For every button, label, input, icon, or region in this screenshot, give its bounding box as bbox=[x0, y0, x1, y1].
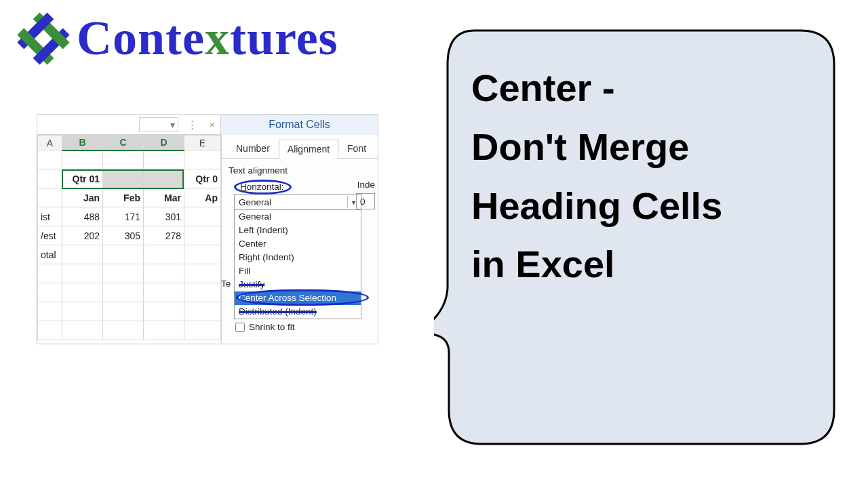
horizontal-label: Horizontal: bbox=[234, 182, 292, 192]
formula-menu-icon[interactable]: ⋮ bbox=[185, 118, 199, 131]
cell[interactable]: 488 bbox=[62, 207, 103, 226]
cancel-edit-icon[interactable]: × bbox=[205, 118, 219, 131]
option-general[interactable]: General bbox=[235, 210, 361, 224]
cell[interactable]: Qtr 01 bbox=[62, 169, 103, 188]
cell[interactable] bbox=[144, 169, 184, 188]
row-label[interactable]: /est bbox=[38, 226, 62, 245]
col-header[interactable]: D bbox=[144, 136, 184, 150]
tab-font[interactable]: Font bbox=[338, 139, 375, 158]
callout-line-4: in Excel bbox=[471, 235, 817, 294]
row-label[interactable]: otal bbox=[38, 245, 62, 264]
option-left-indent[interactable]: Left (Indent) bbox=[235, 224, 361, 237]
text-alignment-label: Text alignment bbox=[229, 165, 371, 176]
chevron-down-icon: ▾ bbox=[170, 119, 175, 130]
col-header[interactable]: A bbox=[38, 136, 62, 150]
cell[interactable]: Mar bbox=[144, 188, 184, 207]
brand-logo-block: Contextures bbox=[17, 10, 338, 66]
te-prefix: Te bbox=[221, 278, 231, 290]
cell[interactable]: 171 bbox=[103, 207, 144, 226]
callout-line-3: Heading Cells bbox=[471, 177, 817, 236]
option-right-indent[interactable]: Right (Indent) bbox=[235, 251, 361, 264]
formula-bar: ▾ ⋮ × bbox=[37, 115, 220, 135]
col-header[interactable]: B bbox=[62, 136, 103, 150]
cell[interactable]: 301 bbox=[144, 207, 184, 226]
cell[interactable]: Feb bbox=[103, 188, 144, 207]
cell[interactable] bbox=[103, 169, 144, 188]
col-header[interactable]: E bbox=[184, 136, 221, 150]
cell[interactable]: Qtr 0 bbox=[184, 169, 221, 188]
combo-value: General bbox=[239, 197, 271, 207]
horizontal-options[interactable]: General Left (Indent) Center Right (Inde… bbox=[234, 210, 361, 319]
cell[interactable]: 202 bbox=[62, 226, 103, 245]
spreadsheet-grid[interactable]: A B C D E Qtr 01 Qtr 0 Jan Feb bbox=[37, 135, 221, 344]
callout-speech-bubble: Center - Don't Merge Heading Cells in Ex… bbox=[434, 17, 841, 447]
cell[interactable]: Jan bbox=[62, 188, 103, 207]
cell[interactable]: 305 bbox=[103, 226, 144, 245]
horizontal-combo[interactable]: General ▾ bbox=[234, 194, 361, 210]
callout-line-2: Don't Merge bbox=[471, 118, 817, 177]
option-distributed[interactable]: Distributed (Indent) bbox=[235, 305, 361, 319]
col-header[interactable]: C bbox=[103, 136, 144, 150]
dialog-title: Format Cells bbox=[220, 115, 378, 135]
horizontal-text: orizontal: bbox=[247, 182, 284, 192]
option-fill[interactable]: Fill bbox=[235, 264, 361, 278]
indent-spinner[interactable]: 0 bbox=[356, 193, 375, 209]
brand-name: Contextures bbox=[77, 10, 338, 66]
option-center-across-selection[interactable]: Center Across Selection bbox=[235, 291, 361, 305]
shrink-to-fit-checkbox[interactable]: Shrink to fit bbox=[235, 322, 371, 332]
weave-logo-icon bbox=[17, 12, 70, 65]
excel-screenshot: ▾ ⋮ × Format Cells A B C D E Qtr 01 bbox=[37, 114, 378, 344]
cell[interactable]: 278 bbox=[144, 226, 184, 245]
option-justify[interactable]: Te Justify bbox=[235, 278, 361, 291]
shrink-label: Shrink to fit bbox=[249, 322, 295, 332]
indent-label: Inde bbox=[357, 180, 375, 190]
name-box[interactable]: ▾ bbox=[139, 117, 178, 132]
option-center[interactable]: Center bbox=[235, 237, 361, 251]
tab-number[interactable]: Number bbox=[227, 139, 279, 158]
shrink-checkbox-input[interactable] bbox=[235, 323, 245, 332]
cell[interactable]: Ap bbox=[184, 188, 221, 207]
format-cells-dialog: Number Alignment Font Text alignment Hor… bbox=[221, 135, 378, 344]
tab-alignment[interactable]: Alignment bbox=[279, 140, 338, 159]
callout-line-1: Center - bbox=[471, 59, 817, 118]
row-label[interactable]: ist bbox=[38, 207, 62, 226]
